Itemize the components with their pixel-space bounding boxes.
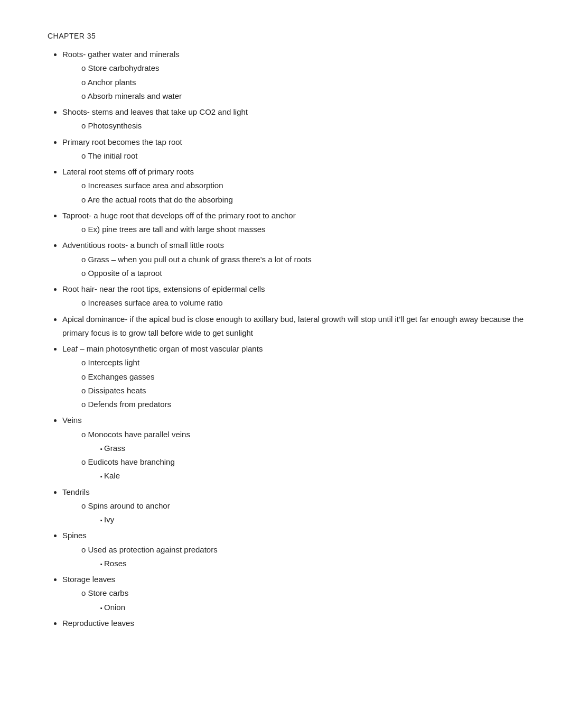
- list-item-sub: Store carbsOnion: [81, 586, 524, 614]
- list-item-sub: Exchanges gasses: [81, 370, 524, 384]
- list-item-sub3: Roses: [100, 557, 524, 570]
- list-item-sub: Photosynthesis: [81, 119, 524, 133]
- list-item: Root hair- near the root tips, extension…: [62, 282, 524, 310]
- list-item-sub: Absorb minerals and water: [81, 89, 524, 103]
- list-item-sub: Intercepts light: [81, 356, 524, 370]
- list-item: Reproductive leaves: [62, 616, 524, 630]
- list-item-sub: Monocots have parallel veinsGrass: [81, 428, 524, 456]
- list-item: Apical dominance- if the apical bud is c…: [62, 312, 524, 340]
- list-item: Shoots- stems and leaves that take up CO…: [62, 105, 524, 133]
- main-list: Roots- gather water and mineralsStore ca…: [48, 48, 524, 630]
- list-item: Taproot- a huge root that develops off o…: [62, 209, 524, 237]
- list-item-sub3: Kale: [100, 469, 524, 483]
- list-item-sub: Spins around to anchorIvy: [81, 499, 524, 527]
- list-item: VeinsMonocots have parallel veinsGrassEu…: [62, 413, 524, 483]
- list-item-sub: Store carbohydrates: [81, 61, 524, 75]
- list-item-sub: Ex) pine trees are tall and with large s…: [81, 223, 524, 236]
- list-item: Primary root becomes the tap rootThe ini…: [62, 135, 524, 163]
- list-item-sub: Dissipates heats: [81, 384, 524, 398]
- list-item-sub: The initial root: [81, 149, 524, 163]
- list-item: Storage leavesStore carbsOnion: [62, 573, 524, 614]
- list-item: Lateral root stems off of primary rootsI…: [62, 165, 524, 207]
- list-item-sub: Increases surface area to volume ratio: [81, 296, 524, 310]
- list-item-sub3: Ivy: [100, 513, 524, 527]
- list-item: TendrilsSpins around to anchorIvy: [62, 485, 524, 527]
- list-item-sub: Increases surface area and absorption: [81, 179, 524, 192]
- list-item: SpinesUsed as protection against predato…: [62, 529, 524, 570]
- list-item-sub: Opposite of a taproot: [81, 266, 524, 280]
- list-item: Adventitious roots- a bunch of small lit…: [62, 238, 524, 280]
- list-item: Leaf – main photosynthetic organ of most…: [62, 342, 524, 411]
- list-item-sub: Used as protection against predatorsRose…: [81, 543, 524, 571]
- chapter-title: CHAPTER 35: [48, 32, 524, 40]
- list-item: Roots- gather water and mineralsStore ca…: [62, 48, 524, 103]
- list-item-sub: Defends from predators: [81, 398, 524, 411]
- list-item-sub: Anchor plants: [81, 76, 524, 89]
- list-item-sub: Eudicots have branchingKale: [81, 455, 524, 483]
- list-item-sub: Grass – when you pull out a chunk of gra…: [81, 253, 524, 266]
- list-item-sub3: Grass: [100, 441, 524, 455]
- list-item-sub: Are the actual roots that do the absorbi…: [81, 193, 524, 207]
- list-item-sub3: Onion: [100, 601, 524, 614]
